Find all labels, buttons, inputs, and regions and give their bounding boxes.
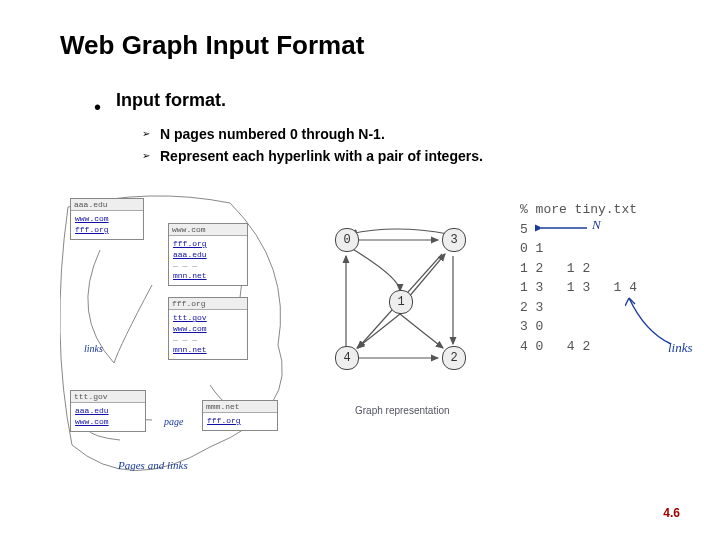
hyperlink: aaa.edu (75, 406, 109, 415)
page-annotation: page (164, 416, 183, 427)
figure-pages-and-links: aaa.edu www.com fff.org www.com fff.org … (60, 195, 290, 475)
bullet-dot: • (94, 96, 101, 119)
hyperlink: www.com (75, 417, 109, 426)
hyperlink: www.com (173, 324, 207, 333)
file-line: 5 (520, 222, 528, 237)
figure-caption: Pages and links (118, 459, 188, 471)
subtitle: Input format. (116, 90, 226, 111)
links-annotation: links (84, 343, 103, 354)
file-line: 2 3 (520, 300, 543, 315)
browser-url: mmm.net (203, 401, 277, 413)
annotation-n: N (592, 217, 601, 233)
graph-node: 0 (335, 228, 359, 252)
figure-caption: Graph representation (355, 405, 450, 416)
browser-url: aaa.edu (71, 199, 143, 211)
hyperlink: mnn.net (173, 271, 207, 280)
hyperlink: ttt.gov (173, 313, 207, 322)
browser-url: fff.org (169, 298, 247, 310)
file-line: 0 1 (520, 241, 543, 256)
sub-bullet-mark: ➢ (142, 128, 150, 139)
bullet-2: Represent each hyperlink with a pair of … (160, 148, 483, 164)
annotation-links: links (668, 340, 693, 356)
browser-url: ttt.gov (71, 391, 145, 403)
graph-node: 4 (335, 346, 359, 370)
file-line: 4 0 4 2 (520, 339, 590, 354)
hyperlink: fff.org (207, 416, 241, 425)
file-line: 1 3 1 3 1 4 (520, 280, 637, 295)
graph-node: 1 (389, 290, 413, 314)
file-line: 3 0 (520, 319, 543, 334)
hyperlink: fff.org (173, 239, 207, 248)
page-number: 4.6 (663, 506, 680, 520)
hyperlink: mnn.net (173, 345, 207, 354)
hyperlink: aaa.edu (173, 250, 207, 259)
hyperlink: fff.org (75, 225, 109, 234)
sub-bullet-mark: ➢ (142, 150, 150, 161)
bullet-1: N pages numbered 0 through N-1. (160, 126, 385, 142)
file-line: 1 2 1 2 (520, 261, 590, 276)
browser-url: www.com (169, 224, 247, 236)
figure-graph: 0 3 1 4 2 (310, 218, 490, 398)
graph-node: 2 (442, 346, 466, 370)
hyperlink: www.com (75, 214, 109, 223)
slide-title: Web Graph Input Format (60, 30, 364, 61)
command-line: % more tiny.txt (520, 202, 637, 217)
graph-node: 3 (442, 228, 466, 252)
